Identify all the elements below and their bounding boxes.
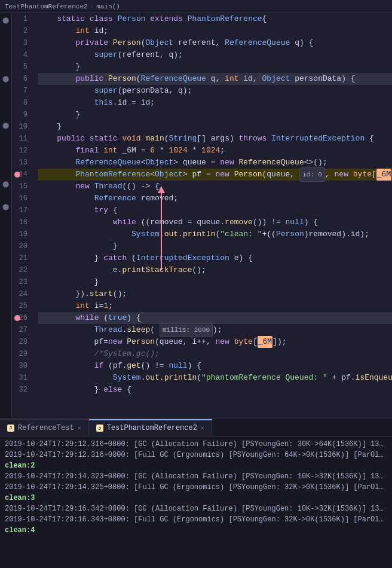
breadcrumb-method: main() — [96, 3, 120, 10]
tab-label-phantom: TestPhantomReference2 — [107, 424, 197, 432]
code-line-32: } else { — [38, 384, 392, 396]
code-line-29: /*System.gc(); — [38, 348, 392, 360]
code-line-22: e.printStackTrace(); — [38, 264, 392, 276]
gutter-8: 8 — [12, 97, 31, 109]
gutter-15: 15 — [12, 181, 31, 193]
tab-label-ref: ReferenceTest — [18, 424, 74, 432]
console-line-5: 2019-10-24T17:29:14.325+0800: [Full GC (… — [5, 482, 387, 493]
line-numbers: 1 2 3 4 5 6 7 8 9 10 11 12 13 14 15 16 1… — [12, 13, 36, 418]
code-line-9: } — [38, 109, 392, 121]
code-line-18: while ((removed = queue.remove()) != nul… — [38, 216, 392, 228]
gutter-17: 17 — [12, 204, 31, 216]
gutter-32: 32 — [12, 384, 31, 396]
gutter-16: 16 — [12, 193, 31, 204]
code-line-1: static class Person extends PhantomRefer… — [38, 13, 392, 25]
gutter-7: 7 — [12, 85, 31, 97]
code-line-19: System.out.println("clean: "+((Person)re… — [38, 228, 392, 240]
gutter-5: 5 — [12, 61, 31, 73]
editor-area: TestPhantomReference2 › main() ⬤ ⬤ ⬤ ⬤ ⬤… — [0, 0, 392, 418]
tab-icon-ref: J — [7, 425, 14, 432]
code-line-26: while (true) { — [38, 312, 392, 324]
code-line-3: private Person(Object referent, Referenc… — [38, 37, 392, 49]
console-output: 2019-10-24T17:29:12.316+0800: [GC (Alloc… — [0, 436, 392, 568]
code-line-4: super(referent, q); — [38, 49, 392, 61]
gutter-25: 25 — [12, 300, 31, 312]
code-line-17: try { — [38, 204, 392, 216]
code-line-11: public static void main(String[] args) t… — [38, 133, 392, 145]
gutter-10: 10 — [12, 121, 31, 133]
code-line-12: final int _6M = 6 * 1024 * 1024; — [38, 145, 392, 157]
gutter-30: 30 — [12, 360, 31, 372]
code-line-31: System.out.println("phantomReference Que… — [38, 372, 392, 384]
gutter-22: 22 — [12, 264, 31, 276]
tab-phantom-test[interactable]: J TestPhantomReference2 ✕ — [89, 419, 212, 436]
bottom-panel: J ReferenceTest ✕ J TestPhantomReference… — [0, 418, 392, 568]
left-sidebar: ⬤ ⬤ ⬤ ⬤ ⬤ — [0, 13, 12, 418]
console-line-9: clean:4 — [5, 525, 387, 536]
gutter-11: 11 — [12, 133, 31, 145]
code-line-15: new Thread(() -> { — [38, 181, 392, 193]
gutter-3: 3 — [12, 37, 31, 49]
code-line-24: }).start(); — [38, 288, 392, 300]
code-line-5: } — [38, 61, 392, 73]
gutter-27: 27 — [12, 324, 31, 336]
code-line-6: public Person(ReferenceQueue q, int id, … — [38, 73, 392, 85]
breakpoint-icon-3[interactable]: ⬤ — [1, 202, 11, 212]
console-line-6: clean:3 — [5, 493, 387, 503]
tab-close-phantom[interactable]: ✕ — [201, 425, 204, 432]
code-line-2: int id; — [38, 25, 392, 37]
code-line-27: Thread.sleep( millis: 2000); — [38, 324, 392, 336]
breakpoint-icon-2[interactable]: ⬤ — [1, 179, 11, 189]
console-line-1: 2019-10-24T17:29:12.316+0800: [GC (Alloc… — [5, 439, 387, 450]
console-line-2: 2019-10-24T17:29:12.316+0800: [Full GC (… — [5, 450, 387, 460]
code-line-10: } — [38, 121, 392, 133]
breakpoint-icon-1[interactable]: ⬤ — [1, 121, 11, 130]
gutter-14: 14 — [12, 169, 31, 181]
gutter-2: 2 — [12, 25, 31, 37]
code-line-8: this.id = id; — [38, 97, 392, 109]
tab-close-ref[interactable]: ✕ — [78, 425, 81, 432]
code-line-23: } — [38, 276, 392, 288]
code-line-21: } catch (InterruptedException e) { — [38, 252, 392, 264]
tab-icon-phantom: J — [96, 425, 103, 432]
gutter-24: 24 — [12, 288, 31, 300]
debug-icon[interactable]: ⬤ — [1, 16, 11, 25]
gutter-9: 9 — [12, 109, 31, 121]
console-line-8: 2019-10-24T17:29:16.343+0800: [Full GC (… — [5, 514, 387, 525]
code-line-13: ReferenceQueue<Object> queue = new Refer… — [38, 157, 392, 169]
gutter-13: 13 — [12, 157, 31, 169]
console-line-7: 2019-10-24T17:29:16.342+0800: [GC (Alloc… — [5, 503, 387, 514]
gutter-6: 6 — [12, 73, 31, 85]
gutter-26: 26 — [12, 312, 31, 324]
code-line-28: pf=new Person(queue, i++, new byte[_6M])… — [38, 336, 392, 348]
code-line-25: int i=1; — [38, 300, 392, 312]
code-lines: static class Person extends PhantomRefer… — [36, 13, 392, 418]
main-layout: ⬤ ⬤ ⬤ ⬤ ⬤ 1 2 3 4 5 6 7 8 9 10 11 12 13 — [0, 13, 392, 418]
gutter-1: 1 — [12, 13, 31, 25]
breadcrumb-class: TestPhantomReference2 — [5, 3, 88, 10]
breadcrumb-separator: › — [90, 3, 94, 10]
code-line-20: } — [38, 240, 392, 252]
code-line-14: PhantomReference<Object> pf = new Person… — [38, 169, 392, 181]
breadcrumb: TestPhantomReference2 › main() — [0, 0, 392, 13]
gutter-4: 4 — [12, 49, 31, 61]
code-container: 1 2 3 4 5 6 7 8 9 10 11 12 13 14 15 16 1… — [12, 13, 392, 418]
console-tabs: J ReferenceTest ✕ J TestPhantomReference… — [0, 419, 392, 436]
gutter-29: 29 — [12, 348, 31, 360]
tab-reference-test[interactable]: J ReferenceTest ✕ — [0, 419, 89, 436]
gutter-23: 23 — [12, 276, 31, 288]
gutter-18: 18 — [12, 216, 31, 228]
gutter-20: 20 — [12, 240, 31, 252]
console-line-3: clean:2 — [5, 460, 387, 471]
gutter-21: 21 — [12, 252, 31, 264]
gutter-31: 31 — [12, 372, 31, 384]
code-line-30: if (pf.get() != null) { — [38, 360, 392, 372]
gutter-19: 19 — [12, 228, 31, 240]
console-line-4: 2019-10-24T17:29:14.323+0800: [GC (Alloc… — [5, 471, 387, 482]
code-line-7: super(personData, q); — [38, 85, 392, 97]
gutter-28: 28 — [12, 336, 31, 348]
code-line-16: Reference removed; — [38, 193, 392, 204]
gutter-12: 12 — [12, 145, 31, 157]
step-over-icon[interactable]: ⬤ — [1, 74, 11, 84]
